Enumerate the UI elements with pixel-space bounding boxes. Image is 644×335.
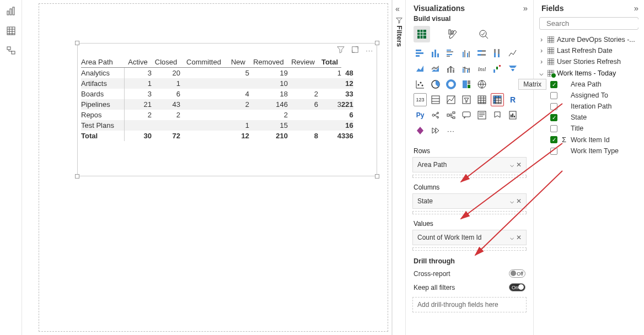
pie-icon[interactable] [429,78,442,91]
table-icon[interactable] [475,93,489,106]
checkbox-checked-icon[interactable]: ✓ [550,136,557,143]
field-item[interactable]: ✓State [538,112,640,123]
rows-field: Area Path [417,161,447,169]
field-item[interactable]: Work Item Type [538,145,640,156]
goals-icon[interactable] [491,109,504,122]
line-clustered-column-icon[interactable] [460,62,473,75]
search-input[interactable] [546,19,639,28]
field-item[interactable]: Title [538,123,640,134]
svg-rect-41 [496,67,498,69]
rows-label: Rows [406,142,533,157]
smart-narrative-icon[interactable] [475,109,489,122]
waterfall-icon[interactable] [491,62,504,75]
table-icon [547,47,555,54]
filter-icon[interactable] [337,46,345,55]
field-item[interactable]: Assigned To [538,90,640,101]
checkbox-checked-icon[interactable]: ✓ [550,81,557,88]
chevron-down-icon[interactable]: ⌵ [510,234,514,241]
area-chart-icon[interactable] [414,62,427,75]
decomposition-tree-icon[interactable] [444,109,458,122]
fields-search[interactable] [539,17,638,30]
power-automate-icon[interactable] [429,124,442,137]
table-icon [547,36,555,43]
model-view-icon[interactable] [6,45,17,56]
funnel-icon[interactable] [506,62,519,75]
clustered-column-icon[interactable] [460,47,473,60]
field-item[interactable]: ✓ΣWork Item Id [538,134,640,145]
r-visual-icon[interactable]: R [506,93,519,106]
table-node-expanded[interactable]: ⌵Work Items - Today [538,67,640,79]
svg-rect-65 [463,112,470,117]
python-visual-icon[interactable]: Py [414,109,427,122]
stacked-area-icon[interactable] [429,62,442,75]
svg-rect-12 [416,52,423,54]
analytics-tab[interactable] [475,26,492,42]
matrix-icon[interactable] [491,93,504,106]
more-options-icon[interactable]: ··· [366,46,373,55]
values-well[interactable]: Count of Work Item Id ⌵✕ [412,230,527,245]
treemap-icon[interactable] [460,78,473,91]
map-icon[interactable] [475,78,489,91]
multi-row-card-icon[interactable] [429,93,442,106]
field-item[interactable]: ✓Area Path [538,79,640,90]
remove-field-icon[interactable]: ✕ [516,197,522,205]
drill-through-dropzone[interactable]: Add drill-through fields here [412,297,527,312]
get-more-visuals-icon[interactable]: ··· [444,124,458,137]
field-item[interactable]: Iteration Path [538,101,640,112]
line-stacked-column-icon[interactable] [444,62,458,75]
checkbox-icon[interactable] [550,125,557,132]
hundred-column-icon[interactable] [491,47,504,60]
checkbox-icon[interactable] [550,103,557,110]
table-row: Repos2226 [81,110,353,120]
filters-pane-collapsed[interactable]: « Filters [391,0,406,335]
scatter-icon[interactable] [414,78,427,91]
col-header: New [227,57,249,68]
expand-left-icon[interactable]: « [395,4,400,13]
svg-rect-15 [434,50,436,57]
table-node[interactable]: ›User Stories Refresh [538,56,640,67]
line-chart-icon[interactable] [506,47,519,60]
chevron-down-icon[interactable]: ⌵ [510,161,514,169]
table-node[interactable]: ›Azure DevOps Stories -... [538,34,640,45]
hundred-bar-icon[interactable] [475,47,489,60]
matrix-visual[interactable]: ··· Area Path Active Closed Committed Ne… [77,43,377,176]
kpi-icon[interactable] [444,93,458,106]
qa-visual-icon[interactable] [460,109,473,122]
columns-well[interactable]: State ⌵✕ [412,193,527,209]
svg-rect-6 [352,46,358,52]
stacked-bar-icon[interactable] [414,47,427,60]
checkbox-icon[interactable] [550,92,557,99]
keep-filters-label: Keep all filters [414,284,455,291]
checkbox-checked-icon[interactable]: ✓ [550,114,557,121]
focus-mode-icon[interactable] [351,46,359,55]
remove-field-icon[interactable]: ✕ [516,161,522,169]
donut-icon[interactable] [444,78,458,91]
table-node[interactable]: ›Last Refresh Date [538,45,640,56]
remove-field-icon[interactable]: ✕ [516,234,522,241]
keep-filters-toggle[interactable]: On [509,283,525,291]
svg-rect-5 [12,51,15,54]
clustered-bar-icon[interactable] [444,47,458,60]
report-canvas[interactable]: ··· Area Path Active Closed Committed Ne… [22,0,391,335]
collapse-right-icon[interactable]: » [634,3,638,13]
data-view-icon[interactable] [6,25,17,36]
build-visual-tab[interactable] [414,26,430,42]
rows-well[interactable]: Area Path ⌵✕ [412,157,527,172]
collapse-right-icon[interactable]: » [523,3,528,13]
fields-panel: Fields » ›Azure DevOps Stories -... ›Las… [534,0,644,335]
checkbox-icon[interactable] [550,148,557,155]
svg-rect-24 [469,51,470,57]
cross-report-toggle[interactable]: Off [509,269,525,278]
key-influencers-icon[interactable] [429,109,442,122]
card-icon[interactable]: 123 [414,93,427,106]
power-apps-icon[interactable] [414,124,427,137]
svg-rect-36 [463,68,464,73]
slicer-icon[interactable] [460,93,473,106]
ribbon-chart-icon[interactable]: lnıl [475,62,489,75]
left-toolrail [0,0,22,335]
stacked-column-icon[interactable] [429,47,442,60]
report-view-icon[interactable] [6,6,17,17]
chevron-down-icon[interactable]: ⌵ [510,197,514,205]
format-visual-tab[interactable] [444,26,461,42]
paginated-report-icon[interactable] [506,109,519,122]
